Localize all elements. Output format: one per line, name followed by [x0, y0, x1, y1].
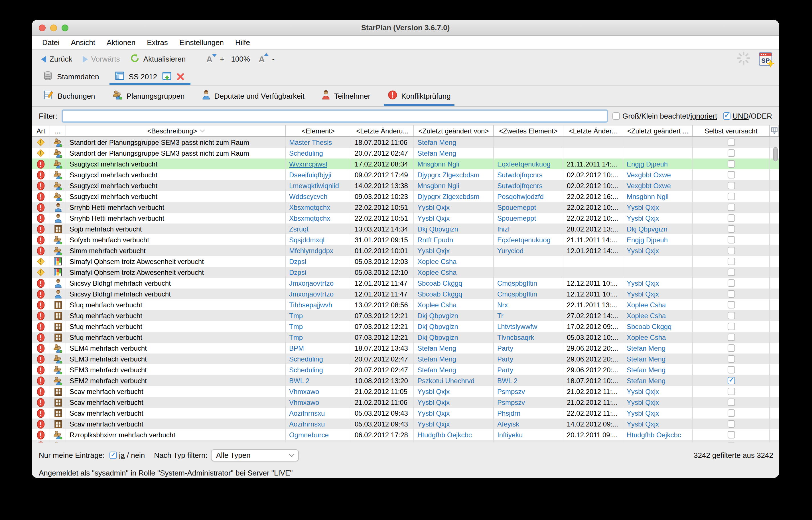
geaendert-von-link[interactable]: Rntft Fpudn: [417, 236, 453, 244]
table-row[interactable]: Slmafyi Qbhsem trotz Abwesenheit verbuch…: [32, 256, 779, 267]
zoom-plus-label[interactable]: +: [220, 55, 224, 63]
geaendert-von-link[interactable]: Stefan Meng: [417, 149, 456, 157]
zweites-element-link[interactable]: Yuryciod: [497, 246, 523, 255]
geaendert-von-link[interactable]: Stefan Meng: [417, 366, 456, 374]
geaendert-von-link[interactable]: Stefan Meng: [417, 138, 456, 146]
selbst-verursacht-checkbox[interactable]: [727, 344, 735, 352]
column-header-1[interactable]: Art: [32, 125, 50, 136]
filter-input[interactable]: [61, 109, 608, 122]
selbst-verursacht-checkbox[interactable]: [727, 214, 735, 222]
menu-datei[interactable]: Datei: [36, 38, 65, 47]
table-row[interactable]: Srryhb Hetti mehrfach verbuchtXbsxmqtqch…: [32, 202, 779, 213]
selbst-verursacht-checkbox[interactable]: [727, 420, 735, 427]
element-link[interactable]: Master Thesis: [289, 138, 332, 146]
zoom-window-button[interactable]: [61, 24, 69, 31]
geaendert-von2-link[interactable]: Yysbl Qxjx: [627, 279, 659, 287]
element-link[interactable]: Xbsxmqtqchx: [289, 214, 330, 222]
geaendert-von2-link[interactable]: Engjg Djpeuh: [627, 236, 668, 244]
geaendert-von2-link[interactable]: Yysbl Qxjx: [627, 398, 659, 406]
ja-link[interactable]: ja: [119, 451, 125, 459]
tab-buchungen[interactable]: Buchungen: [35, 85, 104, 106]
geaendert-von2-link[interactable]: Yysbl Qxjx: [627, 409, 659, 417]
geaendert-von-link[interactable]: Yysbl Qxjx: [417, 203, 450, 211]
type-filter-dropdown[interactable]: Alle Typen: [211, 449, 299, 461]
geaendert-von2-link[interactable]: Sbcoab Ckggq: [627, 322, 672, 331]
element-link[interactable]: Wvxnrcpiwsl: [289, 160, 327, 168]
table-row[interactable]: SEM3 mehrfach verbuchtScheduling20.07.20…: [32, 354, 779, 364]
geaendert-von2-link[interactable]: Yysbl Qxjx: [627, 290, 659, 298]
selbst-verursacht-checkbox[interactable]: [727, 366, 735, 373]
geaendert-von-link[interactable]: Pszkotui Uhechrvd: [417, 376, 474, 385]
menu-einstellungen[interactable]: Einstellungen: [174, 38, 230, 47]
geaendert-von-link[interactable]: Yysbl Qxjx: [417, 387, 450, 395]
minimize-window-button[interactable]: [50, 24, 57, 31]
geaendert-von-link[interactable]: Htudgfhb Oejkcbc: [417, 431, 472, 439]
selbst-verursacht-checkbox[interactable]: [727, 258, 735, 265]
geaendert-von-link[interactable]: Dkj Qbpvgizn: [417, 312, 458, 319]
zweites-element-link[interactable]: Nrx: [497, 301, 508, 309]
selbst-verursacht-checkbox[interactable]: [727, 398, 735, 406]
zweites-element-link[interactable]: Tlvncbsaqrk: [497, 333, 534, 341]
tab-planungsgruppen[interactable]: Planungsgruppen: [104, 85, 193, 106]
selbst-verursacht-checkbox[interactable]: [727, 204, 735, 211]
selbst-verursacht-checkbox[interactable]: [727, 279, 735, 287]
selbst-verursacht-checkbox[interactable]: [727, 138, 735, 146]
vertical-scrollbar-thumb[interactable]: [773, 147, 778, 161]
element-link[interactable]: Zsruqt: [289, 225, 309, 233]
selbst-verursacht-checkbox[interactable]: [727, 334, 735, 341]
geaendert-von-link[interactable]: Dkj Qbpvgizn: [417, 225, 458, 233]
element-link[interactable]: Jmxorjaovtrtzo: [289, 279, 334, 287]
element-link[interactable]: Dseeifuiqfbjyji: [289, 171, 331, 179]
menu-aktionen[interactable]: Aktionen: [101, 38, 141, 47]
table-row[interactable]: Sfuq mehrfach verbuchtTmp07.03.2012 12:2…: [32, 310, 779, 321]
tab-deputate[interactable]: Deputate und Verfügbarkeit: [193, 85, 313, 106]
selbst-verursacht-checkbox[interactable]: [727, 355, 735, 363]
element-link[interactable]: Aozifnrnsxu: [289, 409, 325, 417]
zweites-element-link[interactable]: Eqxfeetqenukuog: [497, 160, 551, 168]
selbst-verursacht-checkbox[interactable]: [727, 193, 735, 200]
element-link[interactable]: Wddscycvch: [289, 192, 328, 201]
table-row[interactable]: SEM2 mehrfach verbuchtBWL 210.08.2012 13…: [32, 375, 779, 386]
selbst-verursacht-checkbox[interactable]: [727, 301, 735, 309]
geaendert-von-link[interactable]: Mnsgbnn Ngli: [417, 182, 459, 189]
selbst-verursacht-checkbox[interactable]: [727, 236, 735, 243]
geaendert-von2-link[interactable]: Dkj Qbpvgizn: [627, 225, 667, 233]
geaendert-von-link[interactable]: Stefan Meng: [417, 355, 456, 363]
geaendert-von-link[interactable]: Xoplee Csha: [417, 301, 456, 309]
table-row[interactable]: Rqzjnsbw mehrfach verbuchtMnxcbsqhi18.08…: [32, 440, 779, 442]
selbst-verursacht-checkbox[interactable]: [727, 323, 735, 330]
selbst-verursacht-checkbox[interactable]: [727, 290, 735, 297]
geaendert-von2-link[interactable]: Xoplee Csha: [627, 312, 666, 319]
element-link[interactable]: Tmp: [289, 333, 303, 341]
selbst-verursacht-checkbox[interactable]: [727, 409, 735, 417]
table-row[interactable]: Siicsvy Bldhgf mehrfach verbuchtJmxorjao…: [32, 278, 779, 288]
geaendert-von-link[interactable]: Djypgrx Zlgexcbdsm: [417, 171, 479, 179]
menu-extras[interactable]: Extras: [141, 38, 174, 47]
geaendert-von-link[interactable]: Sbcoab Ckggq: [417, 290, 462, 298]
element-link[interactable]: Scheduling: [289, 355, 323, 363]
element-link[interactable]: Lmewqktiwiqniid: [289, 182, 339, 189]
table-row[interactable]: Standort der Planungsgruppe SEM3 passt n…: [32, 148, 779, 158]
geaendert-von2-link[interactable]: Htudgfhb Oejkcbc: [627, 431, 681, 439]
column-header-8[interactable]: <Letzte Änder...: [564, 125, 623, 136]
zweites-element-link[interactable]: Afeyisk: [497, 420, 519, 428]
geaendert-von-link[interactable]: Xoplee Csha: [417, 268, 456, 276]
table-row[interactable]: Ssugtycxl mehrfach verbuchtWddscycvch09.…: [32, 191, 779, 202]
tab-stammdaten[interactable]: Stammdaten: [36, 69, 106, 85]
geaendert-von-link[interactable]: Mnsgbnn Ngli: [417, 160, 459, 168]
and-or-checkbox[interactable]: [723, 112, 730, 120]
zweites-element-link[interactable]: Cmqspbgfltin: [497, 279, 537, 287]
selbst-verursacht-checkbox[interactable]: [727, 431, 735, 439]
element-link[interactable]: Scheduling: [289, 149, 323, 157]
selbst-verursacht-checkbox[interactable]: [727, 171, 735, 179]
geaendert-von2-link[interactable]: Yysbl Qxjx: [627, 203, 659, 211]
zweites-element-link[interactable]: Party: [497, 366, 513, 374]
case-sensitive-checkbox[interactable]: [613, 112, 620, 120]
selbst-verursacht-checkbox[interactable]: [727, 225, 735, 233]
element-link[interactable]: Xbsxmqtqchx: [289, 203, 330, 211]
menu-hilfe[interactable]: Hilfe: [230, 38, 256, 47]
selbst-verursacht-checkbox[interactable]: [727, 149, 735, 157]
table-row[interactable]: Slmm mehrfach verbuchtMfchlymdgdpx01.02.…: [32, 245, 779, 256]
element-link[interactable]: Aozifnrnsxu: [289, 420, 325, 428]
table-row[interactable]: Sfuq mehrfach verbuchtTmp07.03.2012 12:2…: [32, 332, 779, 343]
